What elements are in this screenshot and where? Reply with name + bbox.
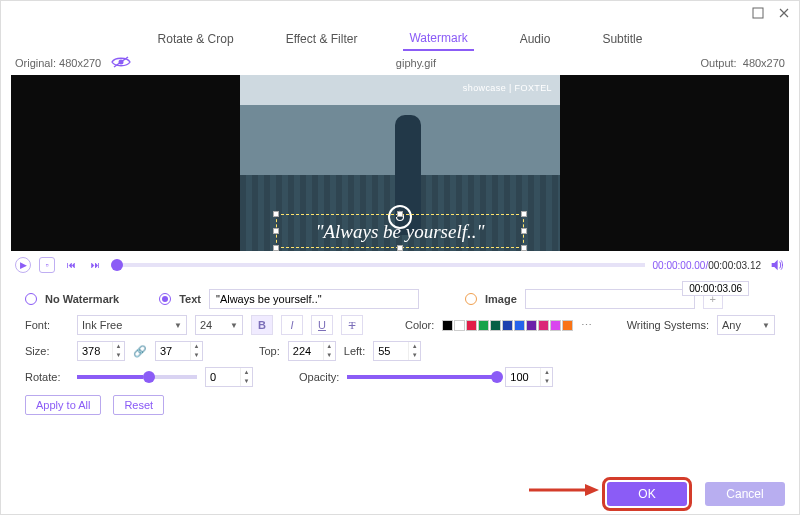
time-display: 00:00:00.00/00:00:03.12 (653, 260, 761, 271)
color-swatches[interactable] (442, 320, 573, 331)
italic-button[interactable]: I (281, 315, 303, 335)
opacity-label: Opacity: (299, 371, 339, 383)
watermark-text-input[interactable] (209, 289, 419, 309)
rotate-slider[interactable] (77, 375, 197, 379)
top-input[interactable]: ▲▼ (288, 341, 336, 361)
color-swatch[interactable] (478, 320, 489, 331)
play-button[interactable]: ▶ (15, 257, 31, 273)
color-swatch[interactable] (502, 320, 513, 331)
color-swatch[interactable] (514, 320, 525, 331)
color-swatch[interactable] (550, 320, 561, 331)
svg-rect-0 (753, 8, 763, 18)
ok-button[interactable]: OK (607, 482, 687, 506)
font-label: Font: (25, 319, 69, 331)
top-label: Top: (259, 345, 280, 357)
cancel-button[interactable]: Cancel (705, 482, 785, 506)
left-input[interactable]: ▲▼ (373, 341, 421, 361)
watermark-image-input[interactable] (525, 289, 695, 309)
font-size-select[interactable]: 24▼ (195, 315, 243, 335)
tab-watermark[interactable]: Watermark (403, 27, 473, 51)
strikethrough-button[interactable]: T (341, 315, 363, 335)
writing-systems-select[interactable]: Any▼ (717, 315, 775, 335)
tab-bar: Rotate & Crop Effect & Filter Watermark … (1, 25, 799, 53)
prev-frame-button[interactable]: ⏮ (63, 257, 79, 273)
color-label: Color: (405, 319, 434, 331)
color-swatch[interactable] (466, 320, 477, 331)
playback-bar: ▶ ▫ ⏮ ⏭ 00:00:00.00/00:00:03.12 (1, 251, 799, 279)
watermark-bounding-box[interactable] (277, 215, 523, 247)
underline-button[interactable]: U (311, 315, 333, 335)
output-value: 480x270 (743, 57, 785, 69)
duration-field[interactable]: 00:00:03.06 (682, 281, 749, 296)
image-label: Image (485, 293, 517, 305)
window-minimize-icon[interactable] (749, 4, 767, 22)
annotation-arrow-icon (529, 480, 599, 500)
rotate-value[interactable]: ▲▼ (205, 367, 253, 387)
preview-toggle-icon[interactable] (111, 55, 131, 71)
apply-to-all-button[interactable]: Apply to All (25, 395, 101, 415)
color-swatch[interactable] (442, 320, 453, 331)
output-label: Output: (701, 57, 737, 69)
seek-thumb[interactable] (111, 259, 123, 271)
watermark-panel: No Watermark Text Image + Font: Ink Free… (1, 279, 799, 415)
filename: giphy.gif (396, 57, 436, 69)
footer: OK Cancel (607, 482, 785, 506)
original-value: 480x270 (59, 57, 101, 69)
editor-window: Rotate & Crop Effect & Filter Watermark … (0, 0, 800, 515)
original-label: Original: (15, 57, 56, 69)
reset-button[interactable]: Reset (113, 395, 164, 415)
info-bar: Original: 480x270 giphy.gif Output: 480x… (1, 53, 799, 75)
seek-track[interactable] (111, 263, 645, 267)
link-icon[interactable]: 🔗 (133, 345, 147, 358)
next-frame-button[interactable]: ⏭ (87, 257, 103, 273)
more-colors-icon[interactable]: ⋯ (581, 319, 592, 332)
tab-rotate-crop[interactable]: Rotate & Crop (152, 28, 240, 50)
writing-systems-label: Writing Systems: (627, 319, 709, 331)
bold-button[interactable]: B (251, 315, 273, 335)
no-watermark-label: No Watermark (45, 293, 119, 305)
color-swatch[interactable] (526, 320, 537, 331)
opacity-slider[interactable] (347, 375, 497, 379)
text-label: Text (179, 293, 201, 305)
font-family-select[interactable]: Ink Free▼ (77, 315, 187, 335)
left-label: Left: (344, 345, 365, 357)
volume-icon[interactable] (769, 257, 785, 273)
tab-audio[interactable]: Audio (514, 28, 557, 50)
radio-no-watermark[interactable] (25, 293, 37, 305)
size-label: Size: (25, 345, 69, 357)
rotate-label: Rotate: (25, 371, 69, 383)
opacity-value[interactable]: ▲▼ (505, 367, 553, 387)
color-swatch[interactable] (562, 320, 573, 331)
color-swatch[interactable] (538, 320, 549, 331)
color-swatch[interactable] (490, 320, 501, 331)
stop-button[interactable]: ▫ (39, 257, 55, 273)
tab-subtitle[interactable]: Subtitle (596, 28, 648, 50)
tab-effect-filter[interactable]: Effect & Filter (280, 28, 364, 50)
height-input[interactable]: ▲▼ (155, 341, 203, 361)
source-badge: showcase | FOXTEL (463, 83, 552, 93)
video-preview[interactable]: showcase | FOXTEL "Always be yourself.." (11, 75, 789, 251)
radio-image[interactable] (465, 293, 477, 305)
svg-marker-4 (585, 484, 599, 496)
window-close-icon[interactable] (775, 4, 793, 22)
width-input[interactable]: ▲▼ (77, 341, 125, 361)
video-frame: showcase | FOXTEL "Always be yourself.." (240, 75, 560, 251)
titlebar (1, 1, 799, 25)
color-swatch[interactable] (454, 320, 465, 331)
radio-text[interactable] (159, 293, 171, 305)
